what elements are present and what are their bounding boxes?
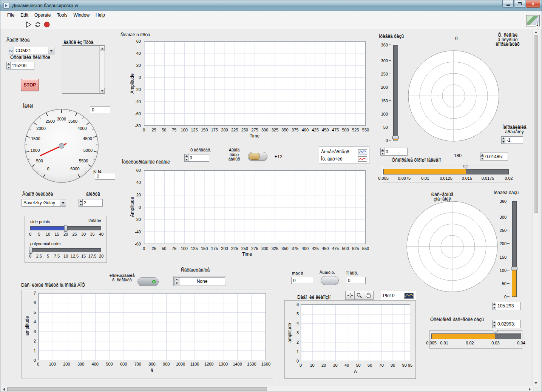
polar-calc-plot [405, 199, 499, 294]
scrollbar-thumb[interactable] [534, 35, 538, 213]
legend-item-opt-sensor[interactable]: Îò. äàò÷èê [321, 156, 367, 162]
slider-thumb[interactable] [29, 247, 32, 254]
hand-icon [366, 292, 372, 298]
accel-slider-calc[interactable] [431, 333, 521, 339]
rotation-direction-input[interactable]: -1 [501, 136, 523, 144]
svg-text:5500: 5500 [79, 159, 88, 163]
accel-readout-manual[interactable]: 0.01485: [480, 153, 508, 161]
port-data-scrollbar[interactable] [99, 46, 105, 93]
smoothing-combo[interactable]: None [173, 276, 226, 286]
slider-thumb[interactable] [511, 267, 517, 270]
accel-manual-label: Óñêîðåíèå õîðîøî ìåäëåíî [392, 157, 441, 163]
t-select-toggle[interactable] [321, 276, 339, 285]
slider-track[interactable] [393, 45, 398, 140]
panel-vertical-scrollbar[interactable] [533, 29, 539, 386]
svg-text:6000: 6000 [70, 167, 79, 171]
phase-slider-manual[interactable]: 360300250200150100500 [379, 45, 402, 140]
increment-decrement-icon[interactable] [492, 320, 496, 328]
slider-fill [31, 227, 66, 230]
baud-input[interactable]: 115200 [6, 62, 34, 69]
svg-text:1000: 1000 [31, 148, 40, 153]
menu-item-help[interactable]: Help [93, 11, 108, 19]
scrollbar-thumb[interactable] [7, 387, 267, 391]
accel-readout-calc[interactable]: 0.02993: [492, 320, 521, 328]
slider-thumb[interactable] [493, 330, 498, 334]
phase-readout-calc[interactable]: 105.293 [492, 302, 521, 310]
port-data-label: äàííûå èç ïîðòà [63, 40, 93, 45]
menu-item-window[interactable]: Window [70, 11, 93, 19]
filtered-chart-title: Îòôèëüòðîâàííûé ñèãíàë [122, 159, 170, 165]
maximize-button[interactable] [514, 0, 525, 8]
run-icon [25, 21, 32, 28]
phase-slider-calc[interactable]: 360300250200150100500 [497, 201, 521, 297]
increment-decrement-icon[interactable] [501, 136, 505, 144]
range-title: Ðàáî÷èé äèàïîçîí [297, 295, 330, 300]
scrollbar-corner [533, 386, 539, 392]
svg-text:0: 0 [47, 167, 49, 171]
slider-track[interactable] [512, 201, 517, 297]
run-button[interactable] [25, 20, 33, 28]
side-points-label: side points [30, 219, 50, 224]
legend-item-accelerometer[interactable]: Àêñåëåðîìåòð [321, 149, 367, 154]
phase-readout-manual[interactable]: 0 [380, 148, 408, 156]
increment-decrement-icon[interactable] [184, 154, 188, 162]
increment-decrement-icon[interactable] [6, 62, 11, 69]
increment-decrement-icon[interactable] [492, 302, 496, 310]
slider-track[interactable] [30, 248, 101, 252]
zoom-tool-button[interactable] [355, 291, 364, 300]
port-data-box[interactable] [62, 45, 105, 94]
slider-thumb[interactable] [64, 225, 68, 232]
filter-params-frame: side points ïåðâûé 0510152025303540 poly… [25, 216, 107, 263]
scroll-up-button[interactable] [100, 46, 105, 51]
panel-horizontal-scrollbar[interactable] [1, 386, 533, 392]
scroll-down-button[interactable] [533, 380, 539, 386]
scroll-right-button[interactable] [527, 386, 533, 392]
menu-item-edit[interactable]: Edit [17, 11, 31, 19]
slider-track[interactable] [431, 333, 521, 339]
polar-signal-top-label: 0 [455, 36, 458, 41]
filtered-chart-xticks: 0255075100125150175200225250275300325350… [144, 246, 366, 251]
accel-slider-manual[interactable] [383, 169, 509, 174]
abort-button[interactable] [43, 20, 51, 28]
increment-decrement-icon[interactable] [174, 277, 179, 285]
vi-icon-badge: 1 [536, 23, 539, 26]
increment-decrement-icon[interactable] [380, 148, 384, 156]
stop-button[interactable]: STOP [21, 79, 39, 91]
chevron-down-icon[interactable] [60, 199, 66, 206]
accel-zero-input[interactable]: 0 [184, 154, 209, 162]
increment-decrement-icon[interactable] [480, 153, 484, 161]
pan-tool-button[interactable] [364, 291, 374, 300]
poly-order-slider[interactable] [30, 248, 101, 252]
close-button[interactable]: × [526, 0, 540, 8]
use-filtered-toggle[interactable] [137, 277, 159, 286]
cursor-tool-button[interactable] [345, 291, 355, 300]
plot-line-icon [358, 149, 367, 154]
slider-thumb[interactable] [463, 165, 468, 169]
filter-window-input[interactable]: 2 [79, 199, 103, 207]
poly-order-ticks: 02.557.51012.51517.520 [30, 254, 101, 258]
menu-bar: File Edit Operate Tools Window Help [0, 11, 542, 19]
chevron-down-icon[interactable] [48, 47, 54, 54]
window-title: Динамическая балансировка.vi [12, 3, 78, 8]
spectrum-xlabel: ã [144, 368, 159, 373]
menu-item-tools[interactable]: Tools [54, 11, 70, 19]
run-continuous-button[interactable] [34, 20, 42, 28]
slider-track[interactable] [30, 226, 101, 230]
minimize-button[interactable] [502, 0, 514, 8]
slider-thumb[interactable] [392, 136, 399, 139]
phase-manual-ticks: 360300250200150100500 [379, 45, 392, 140]
menu-item-operate[interactable]: Operate [31, 11, 54, 19]
filter-dropdown[interactable]: Savetzky-Golay [22, 199, 66, 207]
slider-track[interactable] [383, 169, 509, 174]
menu-item-file[interactable]: File [4, 11, 17, 19]
per-rev-readout: 0 [346, 277, 366, 284]
new-data-toggle[interactable] [248, 152, 267, 161]
scroll-down-button[interactable] [100, 88, 105, 93]
side-points-slider[interactable] [30, 226, 101, 230]
scroll-left-button[interactable] [1, 386, 7, 392]
io-icon: I/O [8, 47, 14, 54]
increment-decrement-icon[interactable] [79, 199, 83, 207]
vi-icon-pane[interactable]: 1 [526, 15, 540, 26]
scroll-up-button[interactable] [533, 29, 539, 35]
port-dropdown[interactable]: I/O COM21 [8, 47, 54, 54]
